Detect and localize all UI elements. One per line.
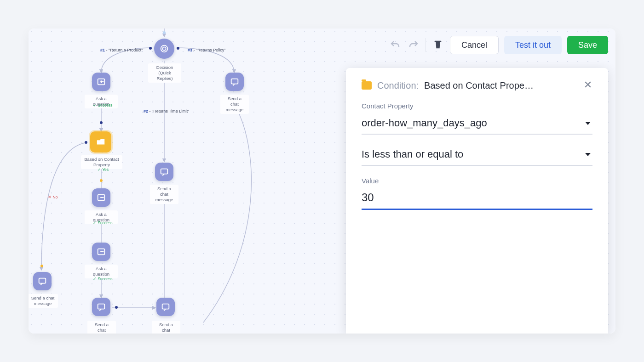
connector-dot <box>100 121 103 124</box>
test-button[interactable]: Test it out <box>504 36 562 54</box>
node-label-start: Decision (Quick Replies) <box>148 63 181 83</box>
field-label-property: Contact Property <box>362 102 592 110</box>
toolbar: Cancel Test it out Save <box>389 36 608 54</box>
node-send-chat[interactable] <box>33 272 52 290</box>
status-success: Success <box>93 221 113 225</box>
cancel-button[interactable]: Cancel <box>450 36 499 54</box>
node-send-chat[interactable] <box>225 73 244 91</box>
edge-label-1: #1 - "Return a Product" <box>100 48 143 52</box>
operator-select[interactable]: Is less than or equal to <box>362 146 592 166</box>
status-no: No <box>48 195 58 199</box>
select-value: Is less than or equal to <box>362 148 463 160</box>
node-condition-selected[interactable] <box>90 131 111 153</box>
node-label: Send a chat message <box>150 185 178 204</box>
value-input[interactable] <box>362 189 592 210</box>
contact-property-select[interactable]: order-how_many_days_ago <box>362 114 592 135</box>
panel-title-value: Based on Contact Prope… <box>424 80 534 91</box>
flow-canvas[interactable]: Decision (Quick Replies) #1 - "Return a … <box>29 28 615 334</box>
connector-dot <box>40 265 43 267</box>
node-send-chat[interactable] <box>92 298 110 316</box>
connector-dot <box>149 47 152 50</box>
chevron-down-icon <box>585 153 591 156</box>
node-send-chat[interactable] <box>156 298 175 316</box>
connector-dot <box>100 179 103 182</box>
node-start[interactable] <box>154 39 174 59</box>
node-send-chat[interactable] <box>155 163 173 181</box>
svg-rect-10 <box>435 41 442 42</box>
field-label-value: Value <box>362 177 592 185</box>
status-yes: Yes <box>98 167 109 172</box>
svg-rect-3 <box>39 278 46 283</box>
node-label: Send a chat message <box>220 95 249 114</box>
redo-icon[interactable] <box>407 39 420 51</box>
node-ask-question[interactable] <box>92 73 110 91</box>
status-success: Success <box>93 103 113 107</box>
svg-point-1 <box>162 47 166 50</box>
separator <box>426 38 426 52</box>
select-value: order-how_many_days_ago <box>362 117 487 129</box>
svg-rect-9 <box>231 79 238 84</box>
svg-point-0 <box>161 45 168 52</box>
svg-rect-8 <box>161 169 168 174</box>
save-button[interactable]: Save <box>567 36 608 54</box>
node-ask-question[interactable] <box>92 188 110 207</box>
node-label: Send a chat message <box>152 321 180 334</box>
close-icon[interactable] <box>583 80 592 91</box>
connector-dot <box>85 141 87 144</box>
condition-panel: Condition: Based on Contact Prope… Conta… <box>346 68 608 334</box>
trash-icon[interactable] <box>431 39 444 51</box>
connector-dot <box>163 31 166 34</box>
node-ask-question[interactable] <box>92 243 110 261</box>
edge-label-2: #2 - "Returns Time Limit" <box>144 109 189 113</box>
edge-label-3: #3 - "Returns Policy" <box>188 48 225 52</box>
panel-title-prefix: Condition: <box>377 80 419 91</box>
node-label: Send a chat message <box>29 294 58 308</box>
node-label: Send a chat message <box>87 321 116 334</box>
svg-rect-6 <box>98 304 105 309</box>
status-success: Success <box>93 277 113 281</box>
connector-dot <box>115 306 118 309</box>
chevron-down-icon <box>585 122 591 125</box>
connector-dot <box>177 47 179 50</box>
svg-rect-7 <box>162 304 169 309</box>
undo-icon[interactable] <box>389 39 402 51</box>
folder-icon <box>362 81 372 90</box>
